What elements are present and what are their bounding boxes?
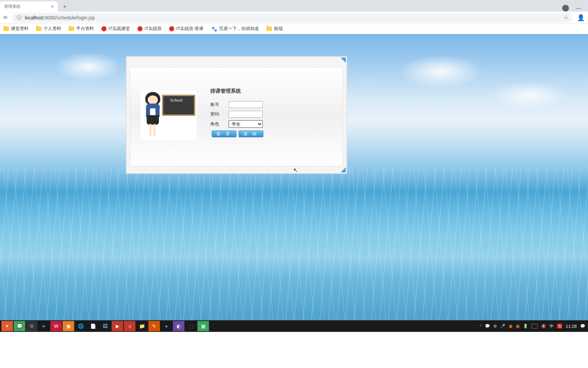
taskbar-app-icon[interactable]: ▣ xyxy=(63,321,74,331)
tray-app-icon[interactable]: ▣ xyxy=(516,324,520,328)
folder-icon xyxy=(266,27,272,31)
clock[interactable]: 11:28 xyxy=(566,324,577,329)
taskbar-app-icon[interactable]: ♫ xyxy=(124,321,135,331)
bookmark-label: IT实战营 xyxy=(145,26,162,32)
address-bar: ⟳ ⓘ localhost:8080/schedule/login.jsp ☆ … xyxy=(0,12,588,24)
teacher-illustration: School xyxy=(141,91,197,140)
bookmark-item[interactable]: 前端 xyxy=(266,26,283,32)
taskbar-app-icon[interactable]: ● xyxy=(161,321,172,331)
taskbar-app-icon[interactable]: W xyxy=(50,321,62,331)
taskbar-app-icon[interactable]: ▶ xyxy=(112,321,123,331)
taskbar-app-icon[interactable]: 🖼 xyxy=(99,321,111,331)
taskbar: ✶ 💬 ⚙ ➤ W ▣ 🌐 📄 🖼 ▶ ♫ 📁 ✎ ● ◐ ⬚ ▦ ^ 💬 ✿ … xyxy=(0,320,588,332)
login-form: 排课管理系统 账号 密码 角色 学生 登 录 清 除 xyxy=(210,88,263,152)
profile-avatar-icon[interactable] xyxy=(562,5,569,12)
site-icon xyxy=(101,26,107,31)
bookmark-item[interactable]: IT实战课堂 xyxy=(101,26,130,32)
tray-monitor-icon[interactable] xyxy=(532,324,538,328)
taskbar-app-icon[interactable]: ✶ xyxy=(1,321,13,331)
clear-button[interactable]: 清 除 xyxy=(239,131,263,137)
login-title: 排课管理系统 xyxy=(210,88,263,94)
bookmark-item[interactable]: 🐾百度一下，你就知道 xyxy=(211,26,259,32)
account-input[interactable] xyxy=(229,101,263,108)
tray-wechat-icon[interactable]: 💬 xyxy=(485,324,490,328)
bookmark-star-icon[interactable]: ☆ xyxy=(564,14,568,21)
decoration-icon xyxy=(341,58,346,63)
tray-chevron-icon[interactable]: ^ xyxy=(479,324,481,328)
ime-indicator[interactable]: 中 xyxy=(550,323,554,329)
password-input[interactable] xyxy=(229,111,263,118)
tray-volume-icon[interactable]: 🔇 xyxy=(541,324,546,328)
tray-battery-icon[interactable]: 🔋 xyxy=(523,324,528,328)
login-button[interactable]: 登 录 xyxy=(212,131,236,137)
url-input[interactable]: ⓘ localhost:8080/schedule/login.jsp ☆ xyxy=(13,13,572,22)
bookmark-label: IT实战课堂 xyxy=(109,26,130,32)
window-controls: — xyxy=(562,5,588,12)
url-host: localhost xyxy=(25,15,44,20)
folder-icon xyxy=(69,27,74,31)
bookmarks-bar: 课堂资料 个人资料 平台资料 IT实战课堂 IT实战营 IT实战营-香港 🐾百度… xyxy=(0,24,588,34)
login-inner: School 排课管理系统 账号 密码 xyxy=(130,67,343,166)
taskbar-app-icon[interactable]: ⬚ xyxy=(185,321,197,331)
role-select[interactable]: 学生 xyxy=(229,120,263,128)
taskbar-app-icon[interactable]: 📁 xyxy=(136,321,148,331)
taskbar-app-icon[interactable]: ✎ xyxy=(148,321,160,331)
tray-flower-icon[interactable]: ✿ xyxy=(493,324,497,328)
role-label: 角色 xyxy=(210,121,229,127)
folder-icon xyxy=(3,27,9,31)
active-tab[interactable]: 管理系统 × xyxy=(0,1,58,12)
bookmark-item[interactable]: 平台资料 xyxy=(69,26,94,32)
taskbar-app-icon[interactable]: 📄 xyxy=(87,321,99,331)
bookmark-item[interactable]: IT实战营-香港 xyxy=(169,26,203,32)
bookmark-label: 百度一下，你就知道 xyxy=(219,26,259,32)
paw-icon: 🐾 xyxy=(211,26,217,32)
taskbar-app-icon[interactable]: ➤ xyxy=(38,321,50,331)
new-tab-button[interactable]: + xyxy=(60,2,69,12)
site-info-icon[interactable]: ⓘ xyxy=(17,15,21,21)
reload-icon[interactable]: ⟳ xyxy=(3,15,8,21)
folder-icon xyxy=(36,27,42,31)
bookmark-label: 个人资料 xyxy=(44,26,61,32)
url-path: /schedule/login.jsp xyxy=(55,15,95,20)
bookmark-label: 平台资料 xyxy=(76,26,94,32)
close-tab-icon[interactable]: × xyxy=(51,4,54,9)
bookmark-label: 前端 xyxy=(274,26,283,32)
taskbar-app-icon[interactable]: ◐ xyxy=(173,321,184,331)
url-port: :8080 xyxy=(44,15,55,20)
minimize-icon[interactable]: — xyxy=(576,5,581,11)
user-menu-icon[interactable]: 👤 xyxy=(577,14,585,21)
login-panel: School 排课管理系统 账号 密码 xyxy=(126,56,347,174)
tray-mic-icon[interactable]: 🎤 xyxy=(500,324,505,328)
page-background: School 排课管理系统 账号 密码 xyxy=(0,34,588,320)
taskbar-app-icon[interactable]: 🌐 xyxy=(75,321,86,331)
decoration-icon xyxy=(341,167,346,172)
taskbar-app-icon[interactable]: ⚙ xyxy=(26,321,37,331)
bookmark-label: 课堂资料 xyxy=(11,26,29,32)
site-icon xyxy=(169,26,174,31)
bookmark-item[interactable]: 个人资料 xyxy=(36,26,61,32)
tab-title: 管理系统 xyxy=(4,4,20,10)
tab-strip: 管理系统 × + — xyxy=(0,0,588,12)
tray-app-icon[interactable]: ▣ xyxy=(509,324,512,328)
taskbar-app-icon[interactable]: ▦ xyxy=(197,321,209,331)
notification-icon[interactable]: 💬 xyxy=(580,324,585,328)
bookmark-label: IT实战营-香港 xyxy=(176,26,203,32)
account-label: 账号 xyxy=(210,102,229,108)
site-icon xyxy=(137,26,143,31)
taskbar-app-icon[interactable]: 💬 xyxy=(14,321,25,331)
password-label: 密码 xyxy=(210,111,229,117)
bookmark-item[interactable]: IT实战营 xyxy=(137,26,162,32)
bookmark-item[interactable]: 课堂资料 xyxy=(3,26,29,32)
board-text: School xyxy=(163,96,194,103)
input-method-icon[interactable]: S xyxy=(557,324,562,328)
